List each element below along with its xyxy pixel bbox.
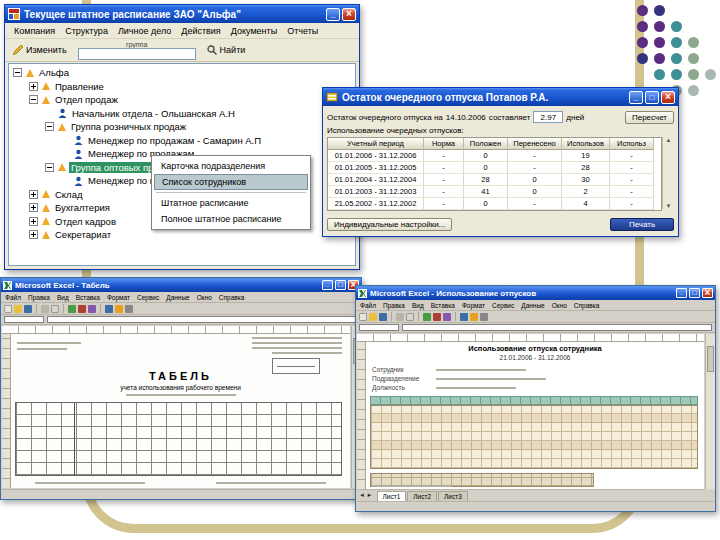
chart-icon[interactable] [480, 313, 488, 321]
menu-window[interactable]: Окно [552, 302, 567, 309]
menu-format[interactable]: Формат [462, 302, 485, 309]
collapse-toggle-icon[interactable] [45, 163, 54, 172]
table-row[interactable]: 21.05.2002 - 31.12.2002 - 0 - 4 - [328, 198, 661, 210]
cut-icon[interactable] [68, 305, 76, 313]
name-box[interactable] [359, 324, 399, 331]
print-icon[interactable] [41, 305, 49, 313]
balance-date[interactable]: 14.10.2006 [446, 113, 486, 122]
open-icon[interactable] [14, 305, 22, 313]
excel-titlebar[interactable]: Microsoft Excel - Табель [1, 278, 361, 292]
close-button[interactable] [661, 91, 675, 104]
excel-titlebar[interactable]: Microsoft Excel - Использование отпусков [356, 286, 715, 300]
menu-insert[interactable]: Вставка [431, 302, 455, 309]
maximize-button[interactable] [689, 288, 700, 298]
find-button[interactable]: Найти [204, 44, 249, 56]
save-icon[interactable] [24, 305, 32, 313]
row-headers[interactable] [2, 334, 11, 488]
scroll-up-icon[interactable]: ▲ [663, 137, 674, 143]
menu-data[interactable]: Данные [521, 302, 544, 309]
minimize-button[interactable] [322, 280, 333, 290]
maximize-button[interactable] [645, 91, 659, 104]
menu-format[interactable]: Формат [107, 294, 130, 301]
col-header[interactable]: Перенесено [508, 138, 562, 150]
collapse-toggle-icon[interactable] [45, 122, 54, 131]
expand-toggle-icon[interactable] [29, 190, 38, 199]
menu-view[interactable]: Вид [412, 302, 424, 309]
new-icon[interactable] [359, 313, 367, 321]
collapse-toggle-icon[interactable] [29, 95, 38, 104]
balance-value-input[interactable] [533, 111, 563, 123]
save-icon[interactable] [379, 313, 387, 321]
close-button[interactable] [342, 8, 356, 21]
collapse-toggle-icon[interactable] [13, 68, 22, 77]
table-row[interactable]: 01.01.2005 - 31.12.2005 - 0 - 28 - [328, 162, 661, 174]
tree-item-sekretariat[interactable]: Секретариат [11, 228, 353, 242]
sheet-tab-2[interactable]: Лист2 [407, 491, 437, 501]
column-headers[interactable] [2, 326, 350, 334]
tree-item-gruppa-roznichnyh[interactable]: Группа розничных продаж [11, 120, 353, 134]
group-filter-input[interactable] [78, 48, 196, 60]
sort-icon[interactable] [115, 305, 123, 313]
tree-item-otdel-prodazh[interactable]: Отдел продаж [11, 93, 353, 107]
vacation-window-titlebar[interactable]: Остаток очередного отпуска Потапов Р.А. [323, 88, 678, 106]
sum-icon[interactable] [460, 313, 468, 321]
recalc-button[interactable]: Пересчет [625, 111, 674, 124]
menu-view[interactable]: Вид [57, 294, 69, 301]
menu-file[interactable]: Файл [5, 294, 21, 301]
table-row[interactable]: 01.01.2004 - 31.12.2004 - 28 0 30 - [328, 174, 661, 186]
tree-item-nachalnik-otdela[interactable]: Начальник отдела - Ольшанская А.Н [11, 107, 353, 121]
table-scrollbar[interactable]: ▲▼ [662, 137, 674, 209]
minimize-button[interactable] [629, 91, 643, 104]
sheet-tab-1[interactable]: Лист1 [377, 491, 407, 501]
individual-settings-button[interactable]: Индивидуальные настройки... [327, 218, 452, 231]
menu-structure[interactable]: Структура [60, 25, 113, 37]
copy-icon[interactable] [433, 313, 441, 321]
minimize-button[interactable] [676, 288, 687, 298]
paste-icon[interactable] [443, 313, 451, 321]
scroll-thumb[interactable] [707, 346, 714, 372]
menu-reports[interactable]: Отчеты [282, 25, 323, 37]
print-icon[interactable] [396, 313, 404, 321]
formula-input[interactable] [402, 324, 712, 331]
paste-icon[interactable] [88, 305, 96, 313]
vertical-scrollbar[interactable] [705, 334, 715, 489]
cut-icon[interactable] [423, 313, 431, 321]
menu-documents[interactable]: Документы [226, 25, 282, 37]
sort-icon[interactable] [470, 313, 478, 321]
ctx-item-full-staff-schedule[interactable]: Полное штатное расписание [154, 211, 308, 227]
minimize-button[interactable] [326, 8, 340, 21]
menu-insert[interactable]: Вставка [76, 294, 100, 301]
column-headers[interactable] [357, 334, 704, 342]
ctx-item-employee-list[interactable]: Список сотрудников [154, 174, 308, 190]
col-header[interactable]: Использов [562, 138, 610, 150]
expand-toggle-icon[interactable] [29, 82, 38, 91]
col-header[interactable]: Положен [464, 138, 508, 150]
expand-toggle-icon[interactable] [29, 217, 38, 226]
row-headers[interactable] [357, 342, 366, 489]
ctx-item-staff-schedule[interactable]: Штатное расписание [154, 195, 308, 211]
menu-edit[interactable]: Правка [383, 302, 405, 309]
tree-item-pravlenie[interactable]: Правление [11, 80, 353, 94]
menu-help[interactable]: Справка [219, 294, 245, 301]
menu-actions[interactable]: Действия [176, 25, 225, 37]
copy-icon[interactable] [78, 305, 86, 313]
close-button[interactable] [702, 288, 713, 298]
print-button[interactable]: Печать [610, 218, 674, 231]
table-row[interactable]: 01.01.2006 - 31.12.2006 - 0 - 19 - [328, 150, 661, 162]
expand-toggle-icon[interactable] [29, 203, 38, 212]
ctx-item-department-card[interactable]: Карточка подразделения [154, 158, 308, 174]
col-header[interactable]: Учетный период [328, 138, 424, 150]
sum-icon[interactable] [105, 305, 113, 313]
tree-item-manager-samarin[interactable]: Менеджер по продажам - Самарин А.П [11, 134, 353, 148]
staff-window-titlebar[interactable]: Текущее штатное расписание ЗАО "Альфа" [5, 5, 359, 23]
menu-file[interactable]: Файл [360, 302, 376, 309]
preview-icon[interactable] [51, 305, 59, 313]
menu-personal-file[interactable]: Личное дело [113, 25, 176, 37]
menu-company[interactable]: Компания [9, 25, 60, 37]
col-header[interactable]: Норма [424, 138, 464, 150]
preview-icon[interactable] [406, 313, 414, 321]
table-row[interactable]: 01.01.2003 - 31.12.2003 - 41 0 2 - [328, 186, 661, 198]
name-box[interactable] [4, 316, 44, 323]
maximize-button[interactable] [335, 280, 346, 290]
scroll-down-icon[interactable]: ▼ [663, 203, 674, 209]
